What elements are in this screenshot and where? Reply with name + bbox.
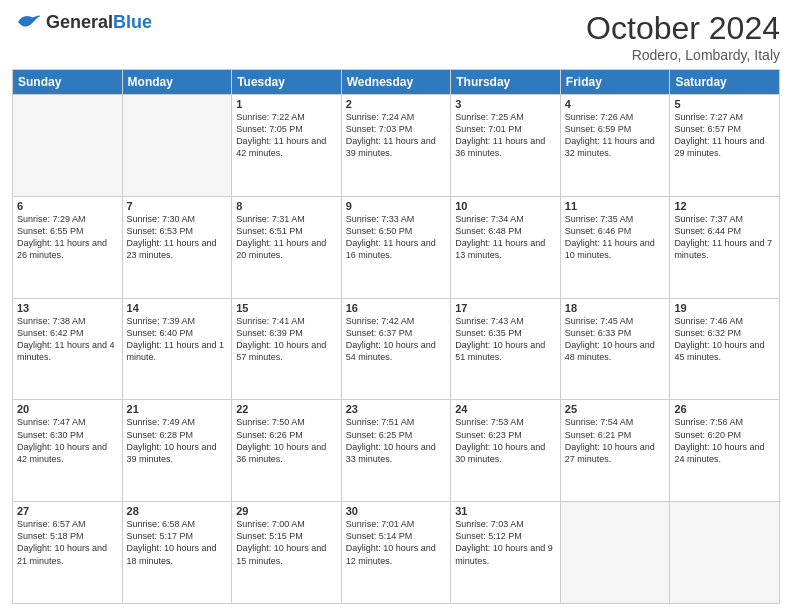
day-info: Sunrise: 7:30 AM Sunset: 6:53 PM Dayligh… [127, 213, 228, 262]
calendar-cell: 11Sunrise: 7:35 AM Sunset: 6:46 PM Dayli… [560, 196, 670, 298]
day-info: Sunrise: 7:24 AM Sunset: 7:03 PM Dayligh… [346, 111, 447, 160]
calendar-cell: 2Sunrise: 7:24 AM Sunset: 7:03 PM Daylig… [341, 95, 451, 197]
day-info: Sunrise: 7:29 AM Sunset: 6:55 PM Dayligh… [17, 213, 118, 262]
title-block: October 2024 Rodero, Lombardy, Italy [586, 10, 780, 63]
calendar-cell: 27Sunrise: 6:57 AM Sunset: 5:18 PM Dayli… [13, 502, 123, 604]
calendar-cell: 10Sunrise: 7:34 AM Sunset: 6:48 PM Dayli… [451, 196, 561, 298]
calendar-cell: 25Sunrise: 7:54 AM Sunset: 6:21 PM Dayli… [560, 400, 670, 502]
day-number: 7 [127, 200, 228, 212]
day-number: 18 [565, 302, 666, 314]
logo-text: GeneralBlue [46, 13, 152, 31]
calendar-cell: 30Sunrise: 7:01 AM Sunset: 5:14 PM Dayli… [341, 502, 451, 604]
day-info: Sunrise: 7:37 AM Sunset: 6:44 PM Dayligh… [674, 213, 775, 262]
calendar-cell: 26Sunrise: 7:56 AM Sunset: 6:20 PM Dayli… [670, 400, 780, 502]
col-friday: Friday [560, 70, 670, 95]
day-info: Sunrise: 7:26 AM Sunset: 6:59 PM Dayligh… [565, 111, 666, 160]
day-number: 26 [674, 403, 775, 415]
day-number: 8 [236, 200, 337, 212]
day-number: 4 [565, 98, 666, 110]
day-info: Sunrise: 7:56 AM Sunset: 6:20 PM Dayligh… [674, 416, 775, 465]
calendar-cell: 12Sunrise: 7:37 AM Sunset: 6:44 PM Dayli… [670, 196, 780, 298]
day-info: Sunrise: 7:47 AM Sunset: 6:30 PM Dayligh… [17, 416, 118, 465]
day-info: Sunrise: 7:38 AM Sunset: 6:42 PM Dayligh… [17, 315, 118, 364]
day-number: 27 [17, 505, 118, 517]
day-number: 11 [565, 200, 666, 212]
day-number: 24 [455, 403, 556, 415]
day-number: 5 [674, 98, 775, 110]
day-number: 29 [236, 505, 337, 517]
day-number: 10 [455, 200, 556, 212]
day-info: Sunrise: 6:57 AM Sunset: 5:18 PM Dayligh… [17, 518, 118, 567]
day-info: Sunrise: 7:34 AM Sunset: 6:48 PM Dayligh… [455, 213, 556, 262]
day-number: 21 [127, 403, 228, 415]
month-title: October 2024 [586, 10, 780, 47]
day-number: 22 [236, 403, 337, 415]
calendar-cell: 28Sunrise: 6:58 AM Sunset: 5:17 PM Dayli… [122, 502, 232, 604]
calendar-header-row: Sunday Monday Tuesday Wednesday Thursday… [13, 70, 780, 95]
day-info: Sunrise: 7:43 AM Sunset: 6:35 PM Dayligh… [455, 315, 556, 364]
day-info: Sunrise: 7:45 AM Sunset: 6:33 PM Dayligh… [565, 315, 666, 364]
day-info: Sunrise: 7:53 AM Sunset: 6:23 PM Dayligh… [455, 416, 556, 465]
col-monday: Monday [122, 70, 232, 95]
calendar-cell: 24Sunrise: 7:53 AM Sunset: 6:23 PM Dayli… [451, 400, 561, 502]
day-number: 17 [455, 302, 556, 314]
day-number: 9 [346, 200, 447, 212]
calendar-week-row: 6Sunrise: 7:29 AM Sunset: 6:55 PM Daylig… [13, 196, 780, 298]
logo: GeneralBlue [12, 10, 152, 34]
calendar-cell: 29Sunrise: 7:00 AM Sunset: 5:15 PM Dayli… [232, 502, 342, 604]
col-saturday: Saturday [670, 70, 780, 95]
day-info: Sunrise: 7:39 AM Sunset: 6:40 PM Dayligh… [127, 315, 228, 364]
calendar-cell: 31Sunrise: 7:03 AM Sunset: 5:12 PM Dayli… [451, 502, 561, 604]
page: GeneralBlue October 2024 Rodero, Lombard… [0, 0, 792, 612]
day-info: Sunrise: 7:33 AM Sunset: 6:50 PM Dayligh… [346, 213, 447, 262]
day-info: Sunrise: 7:46 AM Sunset: 6:32 PM Dayligh… [674, 315, 775, 364]
day-number: 31 [455, 505, 556, 517]
calendar-cell: 9Sunrise: 7:33 AM Sunset: 6:50 PM Daylig… [341, 196, 451, 298]
calendar-cell: 5Sunrise: 7:27 AM Sunset: 6:57 PM Daylig… [670, 95, 780, 197]
day-info: Sunrise: 7:22 AM Sunset: 7:05 PM Dayligh… [236, 111, 337, 160]
day-info: Sunrise: 7:35 AM Sunset: 6:46 PM Dayligh… [565, 213, 666, 262]
day-number: 15 [236, 302, 337, 314]
calendar-cell: 13Sunrise: 7:38 AM Sunset: 6:42 PM Dayli… [13, 298, 123, 400]
calendar-cell [560, 502, 670, 604]
logo-bird-icon [12, 10, 42, 34]
calendar-cell: 1Sunrise: 7:22 AM Sunset: 7:05 PM Daylig… [232, 95, 342, 197]
day-info: Sunrise: 7:03 AM Sunset: 5:12 PM Dayligh… [455, 518, 556, 567]
col-thursday: Thursday [451, 70, 561, 95]
calendar-cell: 18Sunrise: 7:45 AM Sunset: 6:33 PM Dayli… [560, 298, 670, 400]
day-info: Sunrise: 7:54 AM Sunset: 6:21 PM Dayligh… [565, 416, 666, 465]
calendar-cell: 3Sunrise: 7:25 AM Sunset: 7:01 PM Daylig… [451, 95, 561, 197]
calendar-cell: 8Sunrise: 7:31 AM Sunset: 6:51 PM Daylig… [232, 196, 342, 298]
calendar-cell: 17Sunrise: 7:43 AM Sunset: 6:35 PM Dayli… [451, 298, 561, 400]
calendar-cell: 7Sunrise: 7:30 AM Sunset: 6:53 PM Daylig… [122, 196, 232, 298]
col-tuesday: Tuesday [232, 70, 342, 95]
day-info: Sunrise: 7:25 AM Sunset: 7:01 PM Dayligh… [455, 111, 556, 160]
day-number: 16 [346, 302, 447, 314]
calendar-cell [13, 95, 123, 197]
calendar-cell [122, 95, 232, 197]
calendar-cell: 14Sunrise: 7:39 AM Sunset: 6:40 PM Dayli… [122, 298, 232, 400]
day-number: 25 [565, 403, 666, 415]
day-info: Sunrise: 7:01 AM Sunset: 5:14 PM Dayligh… [346, 518, 447, 567]
day-number: 14 [127, 302, 228, 314]
day-info: Sunrise: 7:49 AM Sunset: 6:28 PM Dayligh… [127, 416, 228, 465]
calendar-week-row: 13Sunrise: 7:38 AM Sunset: 6:42 PM Dayli… [13, 298, 780, 400]
calendar-week-row: 27Sunrise: 6:57 AM Sunset: 5:18 PM Dayli… [13, 502, 780, 604]
location: Rodero, Lombardy, Italy [586, 47, 780, 63]
calendar-cell: 15Sunrise: 7:41 AM Sunset: 6:39 PM Dayli… [232, 298, 342, 400]
col-wednesday: Wednesday [341, 70, 451, 95]
col-sunday: Sunday [13, 70, 123, 95]
day-number: 30 [346, 505, 447, 517]
day-info: Sunrise: 7:41 AM Sunset: 6:39 PM Dayligh… [236, 315, 337, 364]
day-number: 1 [236, 98, 337, 110]
day-info: Sunrise: 7:00 AM Sunset: 5:15 PM Dayligh… [236, 518, 337, 567]
day-number: 2 [346, 98, 447, 110]
calendar-cell: 4Sunrise: 7:26 AM Sunset: 6:59 PM Daylig… [560, 95, 670, 197]
day-number: 13 [17, 302, 118, 314]
day-number: 19 [674, 302, 775, 314]
calendar-cell: 6Sunrise: 7:29 AM Sunset: 6:55 PM Daylig… [13, 196, 123, 298]
day-number: 20 [17, 403, 118, 415]
day-number: 12 [674, 200, 775, 212]
calendar-cell: 23Sunrise: 7:51 AM Sunset: 6:25 PM Dayli… [341, 400, 451, 502]
calendar-week-row: 1Sunrise: 7:22 AM Sunset: 7:05 PM Daylig… [13, 95, 780, 197]
